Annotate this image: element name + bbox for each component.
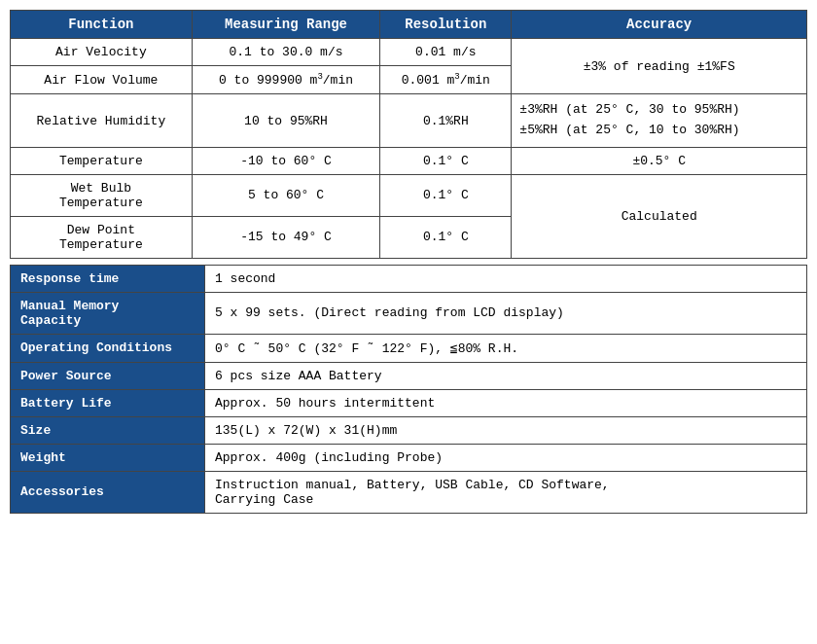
table-row: Size 135(L) x 72(W) x 31(H)mm — [11, 416, 807, 444]
cell-resolution: 0.1° C — [380, 147, 512, 174]
table-row: Weight Approx. 400g (including Probe) — [11, 444, 807, 471]
cell-accuracy: ±3%RH (at 25° C, 30 to 95%RH) ±5%RH (at … — [512, 94, 807, 148]
cell-resolution: 0.1%RH — [380, 94, 512, 148]
cell-resolution: 0.001 m3/min — [380, 66, 512, 94]
cell-function: Relative Humidity — [11, 94, 193, 148]
table-row: Power Source 6 pcs size AAA Battery — [11, 362, 807, 389]
cell-range: 5 to 60° C — [192, 174, 380, 216]
cell-range: -15 to 49° C — [192, 216, 380, 258]
table-row: Accessories Instruction manual, Battery,… — [11, 471, 807, 513]
table-row: Battery Life Approx. 50 hours intermitte… — [11, 389, 807, 416]
cell-function: Dew PointTemperature — [11, 216, 193, 258]
cell-resolution: 0.01 m/s — [380, 39, 512, 66]
cell-function: Air Velocity — [11, 39, 193, 66]
info-value: 6 pcs size AAA Battery — [205, 362, 807, 389]
info-table: Response time 1 second Manual MemoryCapa… — [10, 265, 807, 514]
table-row: Wet BulbTemperature 5 to 60° C 0.1° C Ca… — [11, 174, 807, 216]
cell-range: 0 to 999900 m3/min — [192, 66, 380, 94]
info-value: 135(L) x 72(W) x 31(H)mm — [205, 416, 807, 444]
cell-resolution: 0.1° C — [380, 216, 512, 258]
info-label: Manual MemoryCapacity — [11, 292, 205, 334]
table-row: Temperature -10 to 60° C 0.1° C ±0.5° C — [11, 147, 807, 174]
table-row: Manual MemoryCapacity 5 x 99 sets. (Dire… — [11, 292, 807, 334]
cell-accuracy: ±0.5° C — [512, 147, 807, 174]
info-value: 5 x 99 sets. (Direct reading from LCD di… — [205, 292, 807, 334]
info-label: Size — [11, 416, 205, 444]
info-label: Battery Life — [11, 389, 205, 416]
info-label: Power Source — [11, 362, 205, 389]
info-label: Weight — [11, 444, 205, 471]
info-value: Approx. 50 hours intermittent — [205, 389, 807, 416]
cell-function: Temperature — [11, 147, 193, 174]
cell-resolution: 0.1° C — [380, 174, 512, 216]
cell-function: Wet BulbTemperature — [11, 174, 193, 216]
cell-function: Air Flow Volume — [11, 66, 193, 94]
cell-accuracy: ±3% of reading ±1%FS — [512, 39, 807, 94]
header-function: Function — [11, 11, 193, 39]
cell-range: 10 to 95%RH — [192, 94, 380, 148]
cell-range: 0.1 to 30.0 m/s — [192, 39, 380, 66]
table-row: Response time 1 second — [11, 265, 807, 292]
info-label: Accessories — [11, 471, 205, 513]
header-measuring-range: Measuring Range — [192, 11, 380, 39]
specs-table: Function Measuring Range Resolution Accu… — [10, 10, 807, 259]
info-value: 0° C ˜ 50° C (32° F ˜ 122° F), ≦80% R.H. — [205, 334, 807, 362]
info-value: Approx. 400g (including Probe) — [205, 444, 807, 471]
info-label: Response time — [11, 265, 205, 292]
header-resolution: Resolution — [380, 11, 512, 39]
info-value: Instruction manual, Battery, USB Cable, … — [205, 471, 807, 513]
header-accuracy: Accuracy — [512, 11, 807, 39]
cell-range: -10 to 60° C — [192, 147, 380, 174]
cell-accuracy: Calculated — [512, 174, 807, 258]
table-row: Relative Humidity 10 to 95%RH 0.1%RH ±3%… — [11, 94, 807, 148]
info-value: 1 second — [205, 265, 807, 292]
info-label: Operating Conditions — [11, 334, 205, 362]
table-row: Operating Conditions 0° C ˜ 50° C (32° F… — [11, 334, 807, 362]
table-row: Air Velocity 0.1 to 30.0 m/s 0.01 m/s ±3… — [11, 39, 807, 66]
